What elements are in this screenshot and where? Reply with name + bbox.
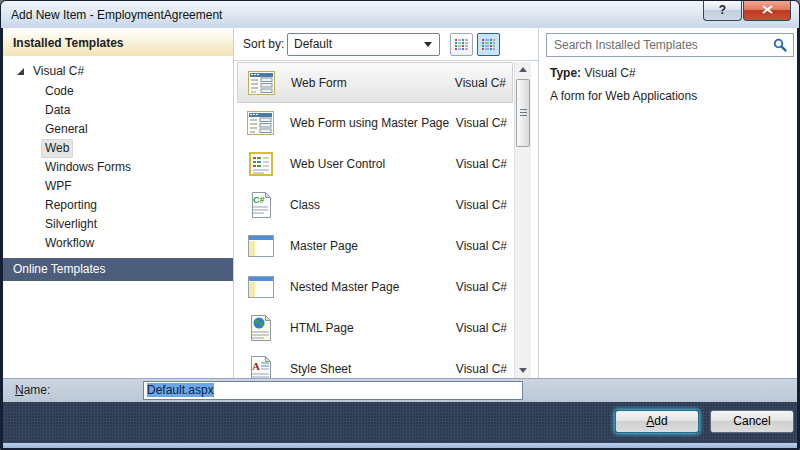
sidebar-item-web[interactable]: Web bbox=[3, 139, 233, 158]
list-item-html-page[interactable]: HTML Page Visual C# bbox=[237, 308, 513, 349]
web-form-icon bbox=[247, 69, 277, 97]
type-value: Visual C# bbox=[584, 66, 635, 80]
footer-bar: Add Cancel bbox=[3, 402, 797, 443]
small-icons-view-icon bbox=[455, 38, 468, 51]
template-list: Web Form Visual C# Web Form using Master… bbox=[237, 62, 513, 378]
list-item-style-sheet[interactable]: A Style Sheet Visual C# bbox=[237, 349, 513, 378]
scroll-up-button[interactable] bbox=[515, 62, 532, 77]
web-user-control-icon bbox=[246, 150, 276, 178]
template-type-row: Type: Visual C# bbox=[550, 66, 636, 80]
title-bar[interactable]: Add New Item - EmploymentAgreement bbox=[1, 1, 799, 28]
sidebar-item-label: Silverlight bbox=[45, 217, 97, 231]
divider-left bbox=[233, 28, 234, 378]
help-icon: ? bbox=[719, 3, 726, 17]
sidebar-item-code[interactable]: Code bbox=[3, 82, 233, 101]
item-type: Visual C# bbox=[456, 349, 507, 378]
name-bar: Name: Default.aspx bbox=[3, 378, 797, 402]
small-icons-view-button[interactable] bbox=[450, 33, 473, 56]
sidebar-item-general[interactable]: General bbox=[3, 120, 233, 139]
item-type: Visual C# bbox=[456, 144, 507, 185]
sidebar-item-workflow[interactable]: Workflow bbox=[3, 234, 233, 253]
sidebar-item-windows-forms[interactable]: Windows Forms bbox=[3, 158, 233, 177]
svg-text:A: A bbox=[252, 360, 260, 372]
item-type: Visual C# bbox=[456, 185, 507, 226]
sidebar-item-label-selected: Web bbox=[41, 139, 73, 158]
sidebar-item-wpf[interactable]: WPF bbox=[3, 177, 233, 196]
expander-icon[interactable] bbox=[16, 67, 25, 76]
close-icon bbox=[762, 5, 773, 14]
style-sheet-icon: A bbox=[246, 355, 276, 378]
add-new-item-dialog: Add New Item - EmploymentAgreement ? Ins… bbox=[0, 0, 800, 450]
medium-icons-view-button[interactable] bbox=[477, 33, 500, 56]
item-type: Visual C# bbox=[456, 267, 507, 308]
name-input[interactable]: Default.aspx bbox=[143, 381, 523, 400]
list-item-web-user-control[interactable]: Web User Control Visual C# bbox=[237, 144, 513, 185]
item-label: Style Sheet bbox=[290, 349, 351, 378]
item-type: Visual C# bbox=[455, 63, 506, 104]
master-page-icon bbox=[246, 273, 276, 301]
sidebar-item-label: Workflow bbox=[45, 236, 94, 250]
item-type: Visual C# bbox=[456, 103, 507, 144]
list-item-web-form[interactable]: Web Form Visual C# bbox=[237, 62, 513, 103]
sidebar-item-label: General bbox=[45, 122, 88, 136]
list-scrollbar[interactable] bbox=[514, 62, 531, 378]
window-title: Add New Item - EmploymentAgreement bbox=[11, 8, 222, 22]
name-label-mnemonic: N bbox=[15, 383, 24, 397]
item-label: Web User Control bbox=[290, 144, 385, 185]
csharp-class-icon: C# bbox=[246, 191, 276, 219]
tree-node-visual-csharp[interactable]: Visual C# bbox=[3, 62, 233, 81]
search-icon[interactable] bbox=[773, 38, 787, 52]
item-label: Web Form using Master Page bbox=[290, 103, 449, 144]
sidebar-item-label: Windows Forms bbox=[45, 160, 131, 174]
divider-right bbox=[538, 28, 539, 378]
add-button-rest: dd bbox=[654, 414, 667, 428]
item-label: Nested Master Page bbox=[290, 267, 399, 308]
sidebar-item-data[interactable]: Data bbox=[3, 101, 233, 120]
html-page-icon bbox=[246, 314, 276, 342]
add-button[interactable]: Add bbox=[615, 410, 699, 433]
sidebar-item-label: Reporting bbox=[45, 198, 97, 212]
toolbar-divider bbox=[234, 60, 538, 61]
list-item-master-page[interactable]: Master Page Visual C# bbox=[237, 226, 513, 267]
svg-text:C#: C# bbox=[253, 195, 265, 205]
template-description: A form for Web Applications bbox=[550, 89, 697, 103]
help-button[interactable]: ? bbox=[703, 1, 742, 21]
close-button[interactable] bbox=[743, 1, 791, 21]
master-page-icon bbox=[246, 232, 276, 260]
online-templates-header[interactable]: Online Templates bbox=[3, 258, 233, 281]
installed-templates-header: Installed Templates bbox=[3, 31, 233, 56]
web-form-icon bbox=[246, 109, 276, 137]
arrow-up-icon bbox=[519, 67, 527, 72]
sidebar-item-label: Code bbox=[45, 84, 74, 98]
search-box bbox=[546, 33, 794, 57]
medium-icons-view-icon bbox=[482, 38, 495, 51]
name-input-selected-text: Default.aspx bbox=[147, 383, 214, 397]
sidebar-item-label: Data bbox=[45, 103, 70, 117]
sidebar-item-reporting[interactable]: Reporting bbox=[3, 196, 233, 215]
grip-icon bbox=[520, 109, 527, 117]
chevron-down-icon bbox=[424, 42, 432, 47]
list-item-web-form-master[interactable]: Web Form using Master Page Visual C# bbox=[237, 103, 513, 144]
sidebar-item-silverlight[interactable]: Silverlight bbox=[3, 215, 233, 234]
item-label: HTML Page bbox=[290, 308, 354, 349]
cancel-button[interactable]: Cancel bbox=[710, 410, 794, 433]
item-type: Visual C# bbox=[456, 226, 507, 267]
tree-node-label: Visual C# bbox=[33, 64, 84, 78]
cancel-button-label: Cancel bbox=[733, 414, 770, 428]
window-bottom-edge bbox=[3, 443, 797, 448]
name-label: Name: bbox=[15, 379, 50, 403]
sidebar-item-label: WPF bbox=[45, 179, 72, 193]
arrow-down-icon bbox=[519, 368, 527, 373]
sort-by-label: Sort by: bbox=[243, 33, 284, 55]
list-item-class[interactable]: C# Class Visual C# bbox=[237, 185, 513, 226]
type-label: Type: bbox=[550, 66, 581, 80]
sort-by-value: Default bbox=[294, 37, 332, 51]
list-item-nested-master-page[interactable]: Nested Master Page Visual C# bbox=[237, 267, 513, 308]
item-label: Web Form bbox=[291, 63, 347, 104]
item-label: Master Page bbox=[290, 226, 358, 267]
scrollbar-thumb[interactable] bbox=[516, 79, 530, 147]
scroll-down-button[interactable] bbox=[515, 363, 532, 378]
name-label-rest: ame: bbox=[24, 383, 51, 397]
sort-by-dropdown[interactable]: Default bbox=[287, 33, 440, 56]
search-input[interactable] bbox=[547, 38, 773, 52]
